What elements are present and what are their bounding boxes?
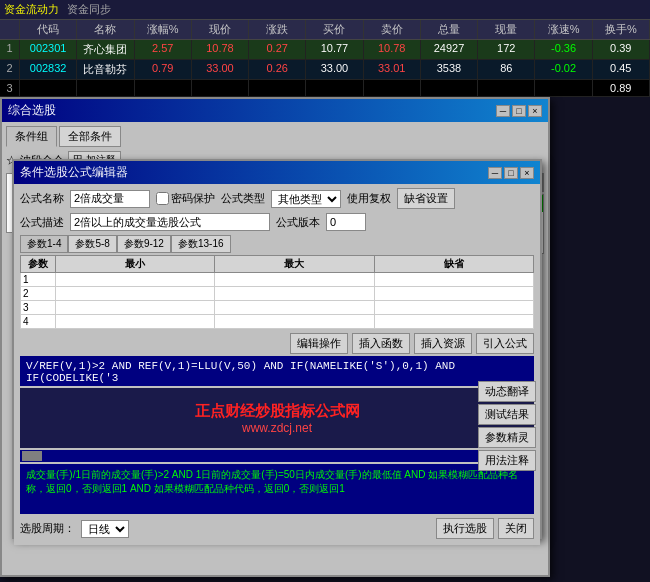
param-num-1: 1 [21, 273, 56, 287]
row-total [421, 80, 478, 96]
row-buy [306, 80, 363, 96]
row-buy: 33.00 [306, 60, 363, 79]
params-tab-13-16[interactable]: 参数13-16 [171, 235, 231, 253]
param-row-4: 4 [21, 315, 534, 329]
outer-title-text: 综合选股 [8, 102, 56, 119]
watermark-main: 正点财经炒股指标公式网 [195, 402, 360, 421]
param-header-min: 最小 [56, 256, 215, 273]
col-buy-header: 买价 [306, 20, 363, 39]
param-max-4[interactable] [215, 315, 374, 329]
row-price: 33.00 [192, 60, 249, 79]
params-tab-9-12[interactable]: 参数9-12 [117, 235, 171, 253]
maximize-button[interactable]: □ [512, 105, 526, 117]
formula-name-input[interactable] [70, 190, 150, 208]
inner-minimize-button[interactable]: ─ [488, 167, 502, 179]
param-min-3[interactable] [56, 301, 215, 315]
row-change-pct: 2.57 [135, 40, 192, 59]
formula-version-input[interactable] [326, 213, 366, 231]
params-tab-5-8[interactable]: 参数5-8 [68, 235, 116, 253]
col-turnover-header: 换手% [593, 20, 650, 39]
row-name: 齐心集团 [77, 40, 134, 59]
inner-close-button[interactable]: × [520, 167, 534, 179]
outer-dialog-title: 综合选股 ─ □ × [2, 99, 548, 122]
minimize-button[interactable]: ─ [496, 105, 510, 117]
password-checkbox[interactable] [156, 192, 169, 205]
close-button[interactable]: × [528, 105, 542, 117]
row-current: 172 [478, 40, 535, 59]
col-num [0, 20, 20, 39]
col-sell-header: 卖价 [364, 20, 421, 39]
param-max-3[interactable] [215, 301, 374, 315]
main-area: 综合选股 ─ □ × 条件组 全部条件 ☆ 波段全仓 田 加注释 [0, 97, 650, 582]
row-name: 比音勒芬 [77, 60, 134, 79]
param-row-2: 2 [21, 287, 534, 301]
param-max-1[interactable] [215, 273, 374, 287]
param-min-4[interactable] [56, 315, 215, 329]
param-header-max: 最大 [215, 256, 374, 273]
row-turnover: 0.39 [593, 40, 650, 59]
table-row[interactable]: 1 002301 齐心集团 2.57 10.78 0.27 10.77 10.7… [0, 40, 650, 60]
param-min-2[interactable] [56, 287, 215, 301]
row-code: 002301 [20, 40, 77, 59]
insert-function-button[interactable]: 插入函数 [352, 333, 410, 354]
row-change-pct [135, 80, 192, 96]
default-settings-button[interactable]: 缺省设置 [397, 188, 455, 209]
row-turnover: 0.89 [593, 80, 650, 96]
param-default-3[interactable] [374, 301, 533, 315]
col-name-header: 名称 [77, 20, 134, 39]
param-max-2[interactable] [215, 287, 374, 301]
param-default-4[interactable] [374, 315, 533, 329]
outer-tabs: 条件组 全部条件 [6, 126, 544, 147]
execute-button[interactable]: 执行选股 [436, 518, 494, 539]
col-change-header: 涨幅% [135, 20, 192, 39]
edit-ops-button[interactable]: 编辑操作 [290, 333, 348, 354]
row-sell: 10.78 [364, 40, 421, 59]
param-default-2[interactable] [374, 287, 533, 301]
table-row[interactable]: 3 0.89 [0, 80, 650, 97]
table-row[interactable]: 2 002832 比音勒芬 0.79 33.00 0.26 33.00 33.0… [0, 60, 650, 80]
row-code: 002832 [20, 60, 77, 79]
test-result-button[interactable]: 测试结果 [478, 404, 536, 425]
close-inner-button[interactable]: 关闭 [498, 518, 534, 539]
col-current-header: 现量 [478, 20, 535, 39]
inner-title-text: 条件选股公式编辑器 [20, 164, 128, 181]
import-formula-button[interactable]: 引入公式 [476, 333, 534, 354]
formula-code-area[interactable]: V/REF(V,1)>2 AND REF(V,1)=LLU(V,50) AND … [20, 356, 534, 386]
inner-maximize-button[interactable]: □ [504, 167, 518, 179]
watermark-sub: www.zdcj.net [242, 421, 312, 435]
formula-type-select[interactable]: 其他类型 [271, 190, 341, 208]
row-price [192, 80, 249, 96]
row-speed [535, 80, 592, 96]
params-tab-1-4[interactable]: 参数1-4 [20, 235, 68, 253]
tab-all-conditions[interactable]: 全部条件 [59, 126, 121, 147]
tab-condition-group[interactable]: 条件组 [6, 126, 57, 147]
row-sell [364, 80, 421, 96]
param-wizard-button[interactable]: 参数精灵 [478, 427, 536, 448]
row-price: 10.78 [192, 40, 249, 59]
params-table: 参数 最小 最大 缺省 1 [20, 255, 534, 329]
param-header-default: 缺省 [374, 256, 533, 273]
usage-notes-button[interactable]: 用法注释 [478, 450, 536, 471]
insert-resource-button[interactable]: 插入资源 [414, 333, 472, 354]
stock-table: 代码 名称 涨幅% 现价 涨跌 买价 卖价 总量 现量 涨速% 换手% 1 00… [0, 20, 650, 97]
col-code-header: 代码 [20, 20, 77, 39]
row-num: 2 [0, 60, 20, 79]
row-code [20, 80, 77, 96]
param-default-1[interactable] [374, 273, 533, 287]
formula-desc-input[interactable] [70, 213, 270, 231]
tab-capital-sync[interactable]: 资金同步 [67, 2, 111, 17]
outer-dialog: 综合选股 ─ □ × 条件组 全部条件 ☆ 波段全仓 田 加注释 [0, 97, 550, 577]
row-num: 3 [0, 80, 20, 96]
param-min-1[interactable] [56, 273, 215, 287]
param-header-num: 参数 [21, 256, 56, 273]
dynamic-translate-button[interactable]: 动态翻译 [478, 381, 536, 402]
period-select[interactable]: 日线 [81, 520, 129, 538]
param-row-3: 3 [21, 301, 534, 315]
params-tabs: 参数1-4 参数5-8 参数9-12 参数13-16 [20, 235, 534, 253]
param-num-3: 3 [21, 301, 56, 315]
tab-capital-flow[interactable]: 资金流动力 [4, 2, 59, 17]
description-area: 成交量(手)/1日前的成交量(手)>2 AND 1日前的成交量(手)=50日内成… [20, 464, 534, 514]
row-num: 1 [0, 40, 20, 59]
row-speed: -0.36 [535, 40, 592, 59]
row-total: 3538 [421, 60, 478, 79]
